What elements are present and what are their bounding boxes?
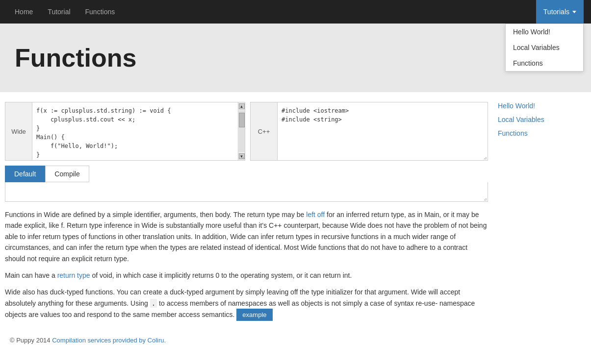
tab-compile[interactable]: Compile <box>45 166 89 182</box>
wide-code-content[interactable]: f(x := cplusplus.std.string) := void { c… <box>32 102 238 160</box>
code-dot: . <box>150 299 157 308</box>
wide-code-panel: Wide f(x := cplusplus.std.string) := voi… <box>5 102 245 161</box>
wide-scrollbar: ▲ ▼ <box>238 102 245 160</box>
wide-panel-label: Wide <box>5 102 32 160</box>
output-resize-handle[interactable]: ⊿ <box>483 196 488 201</box>
dropdown-item-hello-world[interactable]: Hello World! <box>506 24 583 40</box>
hero-section: Functions <box>0 24 591 92</box>
tab-output-area: ⊿ <box>5 182 488 202</box>
sidebar-link-hello-world[interactable]: Hello World! <box>498 102 586 110</box>
description-paragraph-3: Wide also has duck-typed functions. You … <box>5 287 488 321</box>
resize-handle[interactable]: ⊿ <box>240 155 245 160</box>
cpp-code-line-2: #include <string> <box>282 115 484 124</box>
scroll-up-btn[interactable]: ▲ <box>239 103 245 109</box>
page-title: Functions <box>15 43 581 73</box>
code-line-1: f(x := cplusplus.std.string) := void { <box>36 106 234 115</box>
example-button[interactable]: example <box>236 309 272 321</box>
cpp-code-line-1: #include <iostream> <box>282 106 484 115</box>
link-return-type: return type <box>57 271 90 279</box>
tutorials-label: Tutorials <box>543 8 569 16</box>
link-left-off: left off <box>306 211 325 218</box>
editors-row: Wide f(x := cplusplus.std.string) := voi… <box>5 102 488 161</box>
cpp-panel-label: C++ <box>251 102 278 160</box>
tabs-row: Default Compile <box>5 166 488 182</box>
sidebar-link-functions[interactable]: Functions <box>498 129 586 137</box>
navbar: Home Tutorial Functions Tutorials Hello … <box>0 0 591 24</box>
tab-default[interactable]: Default <box>5 166 45 182</box>
dropdown-item-local-variables[interactable]: Local Variables <box>506 40 583 55</box>
scroll-thumb[interactable] <box>239 113 245 127</box>
footer: © Puppy 2014 Compilation services provid… <box>5 327 488 349</box>
coliru-link[interactable]: Compilation services provided by Coliru. <box>52 337 166 344</box>
main-content: Wide f(x := cplusplus.std.string) := voi… <box>0 102 591 349</box>
caret-icon <box>572 11 576 13</box>
code-line-3: } <box>36 124 234 133</box>
sidebar-right: Hello World! Local Variables Functions <box>498 102 586 349</box>
code-line-2: cplusplus.std.cout << x; <box>36 115 234 124</box>
dropdown-item-functions[interactable]: Functions <box>506 55 583 71</box>
copyright-text: © Puppy 2014 <box>10 337 51 344</box>
code-line-6: } <box>36 150 234 159</box>
description-paragraph-1: Functions in Wide are defined by a simpl… <box>5 209 488 264</box>
cpp-code-content[interactable]: #include <iostream> #include <string> <box>278 102 488 160</box>
cpp-resize-handle[interactable]: ⊿ <box>483 155 488 160</box>
code-line-4: Main() { <box>36 133 234 142</box>
sidebar-link-local-variables[interactable]: Local Variables <box>498 116 586 123</box>
nav-functions[interactable]: Functions <box>78 0 123 24</box>
scroll-track <box>239 110 245 152</box>
content-left: Wide f(x := cplusplus.std.string) := voi… <box>5 102 488 349</box>
nav-home[interactable]: Home <box>7 0 40 24</box>
nav-tutorial[interactable]: Tutorial <box>40 0 77 24</box>
description-paragraph-2: Main can have a return type of void, in … <box>5 270 488 281</box>
cpp-code-panel: C++ #include <iostream> #include <string… <box>250 102 488 161</box>
code-line-5: f("Hello, World!"); <box>36 142 234 150</box>
dropdown-menu: Hello World! Local Variables Functions <box>505 24 584 72</box>
tutorials-dropdown-button[interactable]: Tutorials Hello World! Local Variables F… <box>536 0 584 24</box>
